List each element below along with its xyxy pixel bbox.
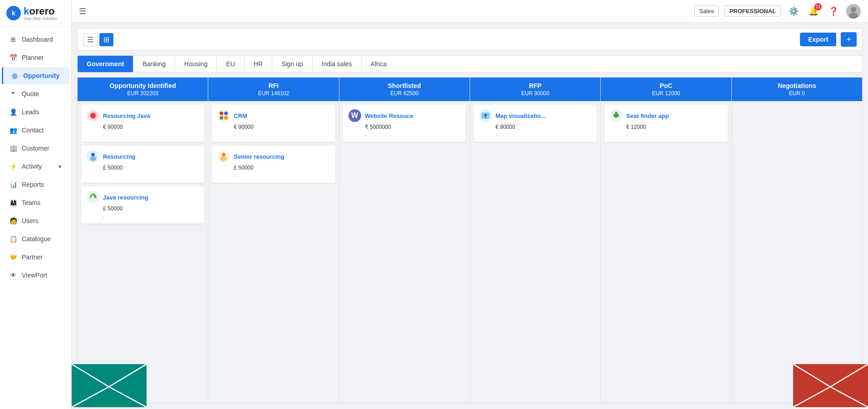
sidebar-item-contact[interactable]: 👥 Contact	[2, 122, 69, 139]
card-icon	[87, 150, 99, 163]
sidebar-item-catalogue[interactable]: 📋 Catalogue	[2, 230, 69, 248]
kanban-body-poc: Seat finder app € 12000 -	[601, 101, 731, 403]
sidebar-item-label: ViewPort	[22, 272, 47, 279]
menu-icon[interactable]: ☰	[79, 6, 86, 16]
export-button[interactable]: Export	[800, 33, 836, 46]
card-dash: -	[217, 132, 329, 137]
help-icon[interactable]: ❓	[826, 4, 841, 19]
card-price: € 12000	[610, 124, 722, 130]
card-title: Resourcing Java	[103, 112, 150, 119]
kanban-body-negotiations	[732, 101, 862, 403]
dashboard-icon: ⊞	[9, 35, 17, 44]
col-total: EUR 146102	[214, 90, 333, 97]
card-price: £ 50000	[217, 165, 329, 171]
sidebar-item-dashboard[interactable]: ⊞ Dashboard	[2, 31, 69, 48]
kanban-body-rfp: Map visualizatio... € 90000 -	[470, 101, 600, 403]
col-title: PoC	[606, 82, 726, 89]
sidebar-item-activity[interactable]: ⚡ Activity ▼	[2, 158, 69, 175]
card-price: € 90000	[479, 124, 591, 130]
kanban-header-poc: PoC EUR 12000	[601, 78, 731, 101]
sidebar-item-planner[interactable]: 📅 Planner	[2, 49, 69, 66]
card-header: Seat finder app	[610, 109, 722, 122]
col-total: EUR 62500	[345, 90, 464, 97]
sidebar-item-label: Teams	[22, 199, 40, 206]
tab-banking[interactable]: Banking	[133, 56, 175, 72]
toolbar: ☰ ⊞ Export +	[77, 28, 863, 51]
card-dash: -	[610, 132, 722, 137]
tab-government[interactable]: Government	[78, 56, 133, 72]
sidebar-item-teams[interactable]: 👨‍👩‍👧 Teams	[2, 194, 69, 211]
card-title: Map visualizatio...	[495, 112, 546, 119]
viewport-icon: 👁	[9, 271, 17, 279]
kanban-body-opportunity-identified: Resourcing Java € 90000 - Resourcing £ 5…	[78, 101, 208, 403]
settings-icon[interactable]: ⚙️	[786, 4, 801, 19]
col-title: Opportunity Identified	[83, 82, 202, 89]
sidebar-item-viewport[interactable]: 👁 ViewPort	[2, 267, 69, 284]
kanban-card[interactable]: Resourcing Java € 90000 -	[81, 105, 204, 142]
professional-badge: PROFESSIONAL	[724, 5, 781, 17]
sidebar-item-label: Opportunity	[23, 72, 59, 79]
grid-view-button[interactable]: ⊞	[99, 33, 113, 46]
users-icon: 🧑	[9, 217, 17, 225]
kanban-col-shortlisted: Shortlisted EUR 62500 W Website Resouce …	[339, 78, 470, 403]
card-icon: W	[348, 109, 361, 122]
sidebar-item-quote[interactable]: ❝ Quote	[2, 85, 69, 102]
svg-point-10	[484, 114, 487, 117]
card-header: Resourcing	[87, 150, 199, 163]
activity-icon: ⚡	[9, 162, 17, 170]
kanban-col-rfi: RFI EUR 146102 CRM € 90000 - Senior reso…	[208, 78, 339, 403]
tab-eu[interactable]: EU	[217, 56, 244, 72]
card-price: ₹ 5000000	[348, 124, 461, 130]
tab-india-sales[interactable]: India sales	[313, 56, 362, 72]
kanban-card[interactable]: CRM € 90000 -	[212, 105, 335, 142]
catalogue-icon: 📋	[9, 235, 17, 243]
kanban-header-opportunity-identified: Opportunity Identified EUR 202203	[78, 78, 208, 101]
tab-hr[interactable]: HR	[245, 56, 272, 72]
col-total: EUR 90000	[476, 90, 595, 97]
card-title: CRM	[234, 112, 247, 119]
main-content: ☰ Sales PROFESSIONAL ⚙️ 🔔 11 ❓	[72, 0, 868, 409]
sidebar-item-leads[interactable]: 👤 Leads	[2, 103, 69, 121]
logo: k korero One Stop Solution	[0, 0, 71, 27]
card-price: € 90000	[87, 124, 199, 130]
sidebar-item-partner[interactable]: 🤝 Partner	[2, 248, 69, 266]
kanban-card[interactable]: W Website Resouce ₹ 5000000 -	[343, 105, 466, 142]
sidebar: k korero One Stop Solution ⊞ Dashboard 📅…	[0, 0, 72, 409]
kanban-card[interactable]: Map visualizatio... € 90000 -	[474, 105, 597, 142]
kanban-card[interactable]: Resourcing £ 50000 -	[81, 146, 204, 183]
sidebar-item-label: Customer	[22, 145, 49, 152]
tab-housing[interactable]: Housing	[175, 56, 217, 72]
card-icon	[87, 191, 99, 204]
sidebar-item-label: Users	[22, 217, 39, 224]
sidebar-item-label: Dashboard	[22, 36, 53, 43]
card-icon	[217, 109, 230, 122]
kanban-header-rfi: RFI EUR 146102	[208, 78, 338, 101]
sidebar-item-customer[interactable]: 🏢 Customer	[2, 140, 69, 157]
sidebar-item-users[interactable]: 🧑 Users	[2, 212, 69, 229]
sidebar-item-opportunity[interactable]: ◎ Opportunity	[2, 67, 69, 84]
notifications-icon[interactable]: 🔔 11	[806, 4, 821, 19]
col-total: EUR 202203	[83, 90, 202, 97]
sidebar-item-label: Catalogue	[22, 235, 51, 243]
tab-signup[interactable]: Sign up	[272, 56, 312, 72]
kanban-board: Opportunity Identified EUR 202203 Resour…	[77, 77, 863, 404]
notification-count: 11	[814, 3, 822, 10]
content-area: ☰ ⊞ Export + GovernmentBankingHousingEUH…	[72, 23, 868, 409]
list-view-button[interactable]: ☰	[83, 33, 98, 46]
sidebar-item-label: Contact	[22, 127, 44, 134]
planner-icon: 📅	[9, 54, 17, 62]
sidebar-item-reports[interactable]: 📊 Reports	[2, 176, 69, 193]
card-header: W Website Resouce	[348, 109, 461, 122]
card-header: CRM	[217, 109, 329, 122]
sidebar-nav: ⊞ Dashboard 📅 Planner ◎ Opportunity ❝ Qu…	[0, 27, 71, 288]
add-button[interactable]: +	[841, 32, 857, 47]
kanban-card[interactable]: Senior resourcing £ 50000 -	[212, 146, 335, 183]
user-avatar[interactable]	[846, 4, 861, 19]
kanban-card[interactable]: Java resourcing £ 50000 -	[81, 186, 204, 224]
chevron-down-icon: ▼	[58, 164, 62, 169]
tab-africa[interactable]: Africa	[362, 56, 396, 72]
contact-icon: 👥	[9, 126, 17, 134]
quote-icon: ❝	[9, 90, 17, 98]
kanban-card[interactable]: Seat finder app € 12000 -	[604, 105, 727, 142]
card-price: £ 50000	[87, 205, 199, 212]
